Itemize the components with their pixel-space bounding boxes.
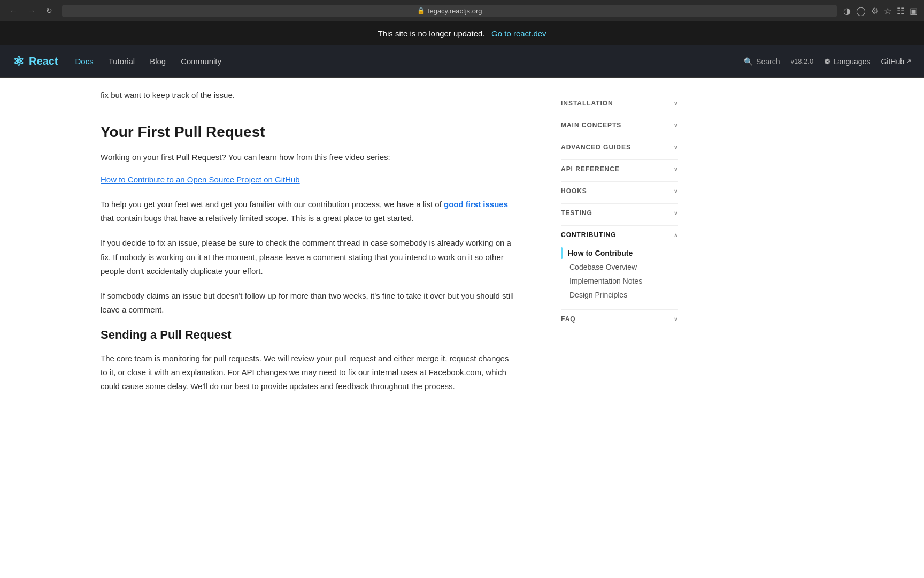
sidebar-item-design-principles[interactable]: Design Principles xyxy=(561,288,678,302)
settings-icon[interactable]: ⚙ xyxy=(871,6,879,16)
search-icon: 🔍 xyxy=(744,57,753,66)
sidebar-contributing-label: CONTRIBUTING xyxy=(561,231,617,239)
sidebar-section-advanced-guides: ADVANCED GUIDES ∨ xyxy=(561,138,678,156)
sidebar-section-main-concepts: MAIN CONCEPTS ∨ xyxy=(561,116,678,134)
github-label: GitHub xyxy=(881,57,904,66)
nav-right: 🔍 Search v18.2.0 ☸ Languages GitHub ↗ xyxy=(744,57,911,66)
sidebar-main-concepts-header[interactable]: MAIN CONCEPTS ∨ xyxy=(561,116,678,134)
nav-item-blog[interactable]: Blog xyxy=(150,57,166,66)
section1-para3: If somebody claims an issue but doesn't … xyxy=(101,289,518,317)
languages-button[interactable]: ☸ Languages xyxy=(824,57,870,66)
site-banner: This site is no longer updated. Go to re… xyxy=(0,21,924,45)
contributing-sub-items: How to Contribute Codebase Overview Impl… xyxy=(561,244,678,306)
content-area: fix but want to keep track of the issue.… xyxy=(101,78,539,425)
sidebar-testing-label: TESTING xyxy=(561,209,592,217)
banner-text: This site is no longer updated. xyxy=(378,29,484,38)
active-indicator xyxy=(561,247,563,259)
sidebar-faq-header[interactable]: FAQ ∨ xyxy=(561,309,678,328)
chevron-up-icon: ∧ xyxy=(674,232,678,238)
sidebar-section-faq: FAQ ∨ xyxy=(561,309,678,328)
sidebar-advanced-guides-label: ADVANCED GUIDES xyxy=(561,143,631,151)
nav-logo-text: React xyxy=(29,55,58,67)
good-first-issues-link[interactable]: good first issues xyxy=(444,200,508,209)
lock-icon: 🔒 xyxy=(417,7,425,14)
search-button[interactable]: 🔍 Search xyxy=(744,57,780,66)
sidebar-contributing-header[interactable]: CONTRIBUTING ∧ xyxy=(561,225,678,244)
sidebar-section-contributing: CONTRIBUTING ∧ How to Contribute Codebas… xyxy=(561,225,678,306)
sidebar-api-reference-label: API REFERENCE xyxy=(561,165,620,173)
nav-item-community[interactable]: Community xyxy=(181,57,221,66)
site-nav: ⚛ React Docs Tutorial Blog Community 🔍 S… xyxy=(0,45,924,78)
sidebar-faq-label: FAQ xyxy=(561,315,576,323)
extensions-icon[interactable]: ◑ xyxy=(843,6,851,16)
chevron-down-icon: ∨ xyxy=(674,210,678,216)
search-text: Search xyxy=(756,57,780,66)
sidebar-main-concepts-label: MAIN CONCEPTS xyxy=(561,121,621,129)
sidebar-section-installation: INSTALLATION ∨ xyxy=(561,94,678,112)
section1-intro: Working on your first Pull Request? You … xyxy=(101,150,518,164)
github-link[interactable]: GitHub ↗ xyxy=(881,57,911,66)
sidebar-hooks-label: HOOKS xyxy=(561,187,587,195)
sidebar-item-implementation-notes[interactable]: Implementation Notes xyxy=(561,274,678,288)
chevron-down-icon: ∨ xyxy=(674,123,678,128)
content-intro-text: fix but want to keep track of the issue. xyxy=(101,88,518,102)
section2-heading: Sending a Pull Request xyxy=(101,328,518,342)
languages-label: Languages xyxy=(833,57,870,66)
url-text: legacy.reactjs.org xyxy=(428,7,482,15)
main-layout: fix but want to keep track of the issue.… xyxy=(88,78,836,425)
sidebar-toggle-icon[interactable]: ☷ xyxy=(897,6,904,16)
sidebar-hooks-header[interactable]: HOOKS ∨ xyxy=(561,181,678,200)
nav-logo[interactable]: ⚛ React xyxy=(13,54,58,69)
profile-icon[interactable]: ◯ xyxy=(856,6,866,16)
github-contribute-link[interactable]: How to Contribute to an Open Source Proj… xyxy=(101,175,300,184)
chevron-down-icon: ∨ xyxy=(674,101,678,107)
address-bar[interactable]: 🔒 legacy.reactjs.org xyxy=(62,5,837,17)
bookmark-icon[interactable]: ☆ xyxy=(884,6,891,16)
section1-para1: To help you get your feet wet and get yo… xyxy=(101,197,518,226)
translate-icon: ☸ xyxy=(824,57,831,66)
section1-para1-cont: that contain bugs that have a relatively… xyxy=(101,214,414,223)
section2-para1: The core team is monitoring for pull req… xyxy=(101,352,518,394)
sidebar-section-testing: TESTING ∨ xyxy=(561,203,678,222)
forward-button[interactable]: → xyxy=(25,5,38,16)
chevron-down-icon: ∨ xyxy=(674,188,678,194)
react-icon: ⚛ xyxy=(13,54,25,69)
right-sidebar: INSTALLATION ∨ MAIN CONCEPTS ∨ ADVANCED … xyxy=(550,78,678,425)
back-button[interactable]: ← xyxy=(6,5,20,16)
nav-version: v18.2.0 xyxy=(790,57,813,65)
nav-item-docs[interactable]: Docs xyxy=(75,57,93,66)
browser-chrome: ← → ↻ 🔒 legacy.reactjs.org ◑ ◯ ⚙ ☆ ☷ ▣ xyxy=(0,0,924,21)
banner-link[interactable]: Go to react.dev xyxy=(491,29,546,38)
chevron-down-icon: ∨ xyxy=(674,166,678,172)
sidebar-item-codebase-overview[interactable]: Codebase Overview xyxy=(561,260,678,274)
sidebar-section-api-reference: API REFERENCE ∨ xyxy=(561,159,678,178)
refresh-button[interactable]: ↻ xyxy=(43,5,56,16)
sidebar-testing-header[interactable]: TESTING ∨ xyxy=(561,203,678,222)
chevron-down-icon: ∨ xyxy=(674,144,678,150)
external-link-icon: ↗ xyxy=(906,58,911,65)
browser-right-icons: ◑ ◯ ⚙ ☆ ☷ ▣ xyxy=(843,6,918,16)
nav-links: Docs Tutorial Blog Community xyxy=(75,57,221,66)
browser-controls: ← → ↻ xyxy=(6,5,56,16)
sidebar-installation-label: INSTALLATION xyxy=(561,100,613,107)
sidebar-section-hooks: HOOKS ∨ xyxy=(561,181,678,200)
sidebar-advanced-guides-header[interactable]: ADVANCED GUIDES ∨ xyxy=(561,138,678,156)
tab-grid-icon[interactable]: ▣ xyxy=(910,6,918,16)
chevron-down-icon: ∨ xyxy=(674,316,678,322)
sidebar-installation-header[interactable]: INSTALLATION ∨ xyxy=(561,94,678,112)
sidebar-item-how-to-contribute[interactable]: How to Contribute xyxy=(568,246,633,260)
nav-item-tutorial[interactable]: Tutorial xyxy=(109,57,135,66)
section1-heading: Your First Pull Request xyxy=(101,124,518,141)
section1-para2: If you decide to fix an issue, please be… xyxy=(101,236,518,278)
sidebar-api-reference-header[interactable]: API REFERENCE ∨ xyxy=(561,159,678,178)
